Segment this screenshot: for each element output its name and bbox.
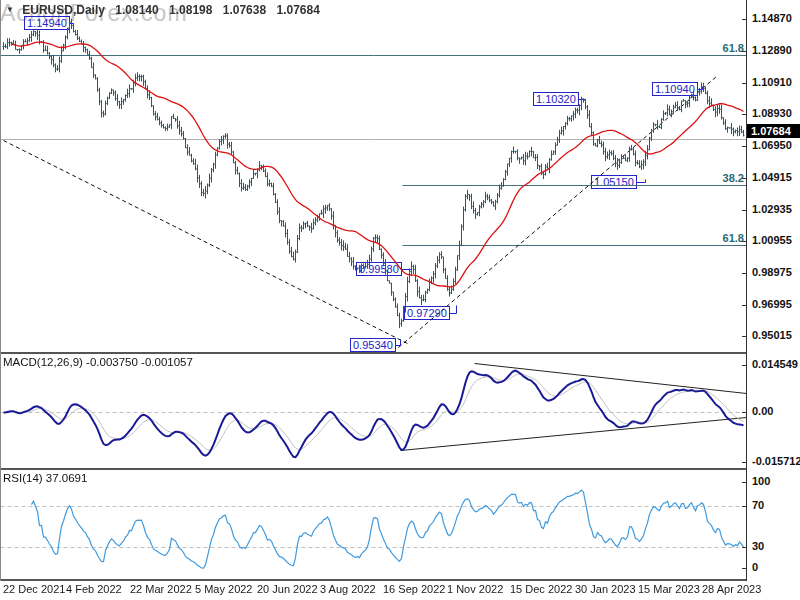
date-axis-tick: 28 Apr 2023 (702, 583, 761, 595)
symbol-ohlc-header: ▼ EURUSD,Daily 1.08140 1.08198 1.07638 1… (6, 3, 327, 17)
price-axis-tick: 1.00955 (752, 234, 792, 246)
macd-indicator-label: MACD(12,26,9) -0.003750 -0.001057 (3, 356, 193, 368)
price-axis-tick: 0.95015 (752, 329, 792, 341)
ohlc-low: 1.07638 (223, 3, 266, 17)
ohlc-high: 1.08198 (169, 3, 212, 17)
rsi-axis-tick: 70 (752, 499, 764, 511)
macd-axis-tick: 0.00 (752, 405, 773, 417)
date-axis-tick: 22 Dec 2021 (3, 583, 65, 595)
date-axis-tick: 30 Jan 2023 (575, 583, 636, 595)
main-chart-canvas[interactable] (0, 0, 747, 581)
date-axis-tick: 4 Feb 2022 (66, 583, 122, 595)
trading-chart-window: ActionForex.com ▼ EURUSD,Daily 1.08140 1… (0, 0, 800, 600)
date-axis-tick: 1 Nov 2022 (447, 583, 503, 595)
current-price-tag: 1.07684 (747, 124, 800, 138)
price-axis-tick: 1.06950 (752, 139, 792, 151)
rsi-axis-tick: 0 (752, 561, 758, 573)
price-axis-tick: 1.08930 (752, 107, 792, 119)
date-axis-tick: 20 Jun 2022 (257, 583, 318, 595)
date-axis-tick: 22 Mar 2022 (130, 583, 192, 595)
price-axis-tick: 1.04915 (752, 171, 792, 183)
ohlc-open: 1.08140 (115, 3, 158, 17)
price-axis-tick: 1.02935 (752, 203, 792, 215)
rsi-indicator-label: RSI(14) 37.0691 (3, 472, 87, 484)
rsi-axis-tick: 100 (752, 475, 770, 487)
macd-axis-tick: 0.014549 (752, 358, 798, 370)
symbol-timeframe: EURUSD,Daily (22, 3, 105, 17)
macd-axis-tick: -0.015712 (752, 455, 800, 467)
price-axis-tick: 1.14870 (752, 12, 792, 24)
date-axis-tick: 3 Aug 2022 (320, 583, 376, 595)
price-axis-tick: 1.10910 (752, 76, 792, 88)
date-axis-tick: 16 Sep 2022 (383, 583, 445, 595)
rsi-axis-tick: 30 (752, 540, 764, 552)
price-axis-tick: 1.12890 (752, 44, 792, 56)
date-axis-tick: 15 Mar 2023 (638, 583, 700, 595)
price-axis-tick: 0.98975 (752, 266, 792, 278)
price-axis-tick: 0.96995 (752, 298, 792, 310)
date-axis-tick: 5 May 2022 (195, 583, 252, 595)
symbol-marker-icon: ▼ (6, 5, 14, 14)
date-axis-tick: 15 Dec 2022 (510, 583, 572, 595)
ohlc-close: 1.07684 (277, 3, 320, 17)
